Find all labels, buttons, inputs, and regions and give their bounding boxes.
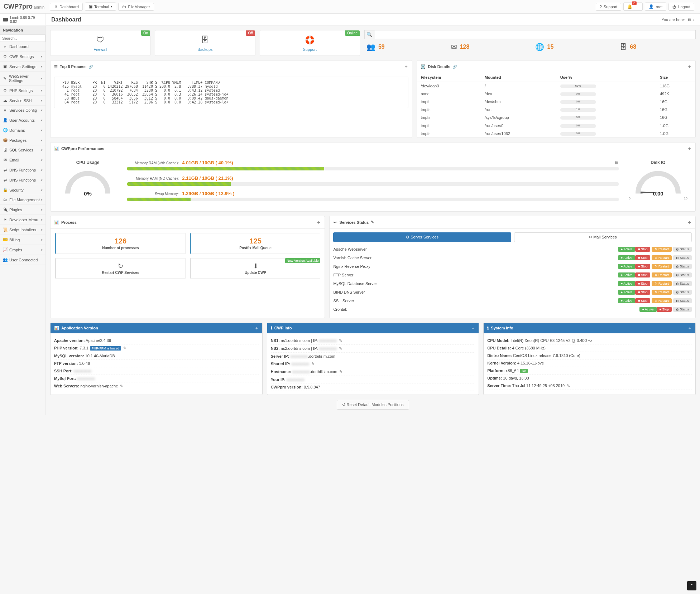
filemanager-button[interactable]: 🗀FileManager [118, 3, 154, 11]
expand-icon[interactable]: ＋ [688, 325, 692, 331]
restart-cwp-tile[interactable]: ↻ Restart CWP Services [55, 258, 186, 279]
update-cwp-tile[interactable]: New Version Available ⬇ Update CWP [190, 258, 321, 279]
nav-item-3[interactable]: ✎WebServer Settings ▾ [0, 72, 45, 86]
search-input[interactable] [375, 30, 696, 39]
content: On 🛡Firewall Off 🗄Backups Online 🛟Suppor… [46, 26, 700, 415]
stop-button[interactable]: ■ Stop [635, 272, 650, 277]
mailq-value: 125 [195, 237, 317, 245]
stop-button[interactable]: ■ Stop [657, 307, 672, 312]
nav-item-17[interactable]: ✴Developer Menu ▾ [0, 215, 45, 225]
ram1-value: 4.01GB / 10GB ( 40.1%) [182, 160, 233, 165]
logout-button[interactable]: ⏻Logout [668, 3, 694, 11]
expand-icon[interactable]: ＋ [316, 219, 321, 226]
edit-icon[interactable]: ✎ [123, 346, 126, 350]
disk-size: 1.0G [656, 121, 695, 129]
edit-icon[interactable]: ✎ [311, 362, 315, 366]
logout-label: Logout [678, 5, 690, 9]
restart-button[interactable]: ↻ Restart [652, 255, 672, 260]
expand-icon[interactable]: ＋ [687, 63, 692, 70]
mailq-tile[interactable]: 125 Postfix Mail Queue [190, 233, 321, 254]
stat-3[interactable]: 🗄68 [620, 43, 694, 51]
nav-item-15[interactable]: 🗂File Management ▾ [0, 195, 45, 205]
nav-item-20[interactable]: 📈Graphs ▾ [0, 245, 45, 255]
stat-2[interactable]: 🌐15 [535, 43, 609, 51]
expand-icon[interactable]: ＋ [255, 325, 259, 331]
nav-item-12[interactable]: ⇄DNS Functions ▾ [0, 165, 45, 175]
status-button[interactable]: ◐ Status [673, 255, 692, 260]
chevron-down-icon: ▾ [41, 208, 43, 212]
stop-button[interactable]: ■ Stop [635, 255, 650, 260]
terminal-button[interactable]: ▣Terminal▾ [85, 3, 116, 11]
restart-button[interactable]: ↻ Restart [652, 298, 672, 303]
status-button[interactable]: ◐ Status [673, 290, 692, 295]
search-button[interactable]: 🔍 [364, 30, 375, 39]
status-button[interactable]: ◐ Status [673, 298, 692, 303]
expand-icon[interactable]: ＋ [687, 145, 692, 152]
stat-1[interactable]: ✉128 [451, 43, 525, 51]
restart-button[interactable]: ↻ Restart [652, 290, 672, 295]
restart-button[interactable]: ↻ Restart [652, 281, 672, 286]
service-row: Nginx Reverse Proxy ● Active ■ Stop ↻ Re… [333, 262, 692, 271]
nav-item-14[interactable]: 🔒Security ▾ [0, 185, 45, 195]
stop-button[interactable]: ■ Stop [635, 281, 650, 286]
trash-icon[interactable]: 🗑 [614, 160, 619, 165]
support-button[interactable]: ?Support [596, 3, 622, 11]
user-button[interactable]: 👤root [645, 3, 666, 11]
nav-search-input[interactable] [0, 35, 45, 42]
stat-icon: 👥 [366, 43, 375, 51]
edit-icon[interactable]: ✎ [339, 346, 342, 351]
nav-item-21[interactable]: 👥User Connected [0, 255, 45, 265]
nav-item-10[interactable]: 🗄SQL Services ▾ [0, 145, 45, 155]
tab-mail-services[interactable]: ✉ Mail Services [514, 232, 692, 242]
status-button[interactable]: ◐ Status [673, 272, 692, 277]
edit-icon[interactable]: ✎ [120, 384, 123, 388]
nav-item-2[interactable]: ▣Server Settings ▾ [0, 62, 45, 72]
stop-button[interactable]: ■ Stop [635, 290, 650, 295]
nav-item-0[interactable]: ⌂Dashboard [0, 42, 45, 52]
status-button[interactable]: ◐ Status [673, 264, 692, 269]
nav-item-5[interactable]: ☁Service SSH ▾ [0, 96, 45, 106]
restart-button[interactable]: ↻ Restart [652, 264, 672, 269]
restart-button[interactable]: ↻ Restart [652, 272, 672, 277]
nav-item-7[interactable]: 👤User Accounts ▾ [0, 115, 45, 125]
status-button[interactable]: ◐ Status [673, 307, 692, 312]
edit-icon[interactable]: ✎ [339, 370, 342, 374]
nav-item-11[interactable]: ✉Email ▾ [0, 155, 45, 165]
nav-item-16[interactable]: 🔌Plugins ▾ [0, 205, 45, 215]
reset-modules-button[interactable]: ↺ Reset Default Modules Positions [337, 400, 409, 410]
stop-button[interactable]: ■ Stop [635, 247, 650, 252]
nav-item-1[interactable]: ⚙CWP Settings ▾ [0, 52, 45, 62]
expand-icon[interactable]: ＋ [687, 219, 692, 226]
tile-support[interactable]: Online 🛟Support [260, 30, 360, 56]
monitor-icon[interactable]: 🖥 [687, 18, 691, 22]
edit-icon[interactable]: ✎ [567, 383, 570, 388]
nav-item-19[interactable]: 💳Billing ▾ [0, 235, 45, 245]
status-button[interactable]: ◐ Status [673, 281, 692, 286]
nav-item-4[interactable]: ⚙PHP Settings ▾ [0, 86, 45, 96]
nav-item-13[interactable]: ⇄DNS Functions ▾ [0, 175, 45, 185]
link-icon[interactable]: 🔗 [452, 65, 457, 69]
nav-item-18[interactable]: 📜Script Installers ▾ [0, 225, 45, 235]
tile-firewall[interactable]: On 🛡Firewall [50, 30, 150, 56]
expand-icon[interactable]: ＋ [404, 63, 408, 70]
status-button[interactable]: ◐ Status [673, 247, 692, 252]
num-proc-tile[interactable]: 126 Number of processes [55, 233, 186, 254]
expand-icon[interactable]: ＋ [471, 325, 475, 331]
stop-button[interactable]: ■ Stop [635, 264, 650, 269]
tile-backups[interactable]: Off 🗄Backups [155, 30, 255, 56]
notifications-button[interactable]: 🔔0 [623, 3, 643, 11]
nav-label: SQL Services [9, 148, 33, 152]
stat-0[interactable]: 👥59 [366, 43, 440, 51]
edit-icon[interactable]: ✎ [371, 220, 374, 224]
tab-server-services[interactable]: ⚙ Server Services [333, 232, 511, 242]
nav-item-8[interactable]: 🌐Domains ▾ [0, 125, 45, 135]
nav-item-9[interactable]: 📦Packages ▾ [0, 135, 45, 145]
stop-button[interactable]: ■ Stop [635, 298, 650, 303]
link-icon[interactable]: 🔗 [88, 65, 93, 69]
service-active-badge: ● Active [639, 307, 657, 312]
dashboard-button[interactable]: 🖥Dashboard [50, 3, 83, 11]
restart-button[interactable]: ↻ Restart [652, 247, 672, 252]
nav-item-6[interactable]: ≡Services Config ▾ [0, 106, 45, 115]
info-row: Server Time: Thu Jul 11 12:49:25 +03 201… [487, 382, 692, 390]
edit-icon[interactable]: ✎ [339, 338, 342, 343]
